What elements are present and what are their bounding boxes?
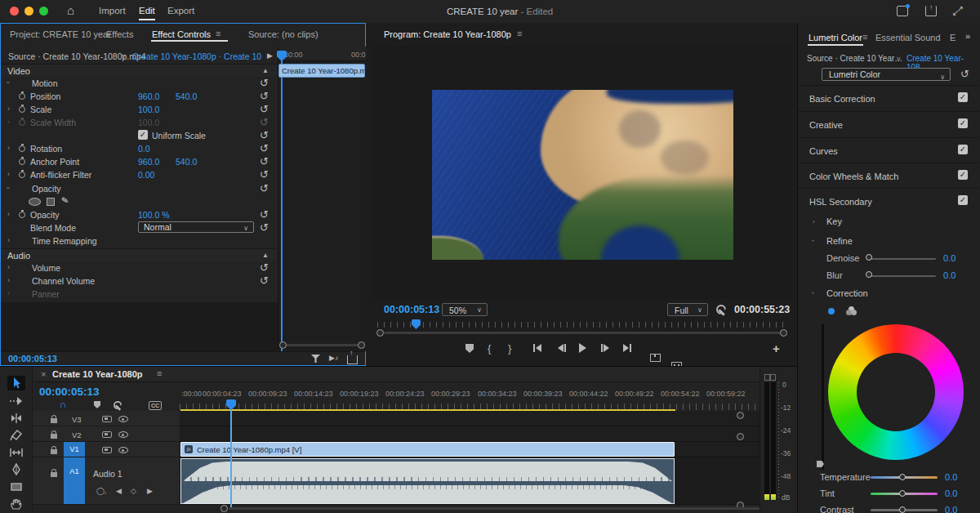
stopwatch-icon[interactable]: [19, 158, 25, 165]
ec-mini-timeline[interactable]: [278, 47, 366, 351]
fullscreen-icon[interactable]: [952, 4, 964, 17]
more-tabs-icon[interactable]: »: [965, 31, 970, 41]
contrast-slider-handle[interactable]: [899, 506, 906, 513]
ec-row-blend-mode[interactable]: Blend Mode Normal∨ ↺: [1, 221, 277, 234]
ec-row-position[interactable]: Position 960.0 540.0 ↺: [1, 90, 277, 103]
lock-icon[interactable]: [51, 449, 57, 454]
contrast-value[interactable]: 0.0: [945, 505, 957, 513]
reset-icon[interactable]: ↺: [260, 155, 269, 167]
program-scrollbar[interactable]: [384, 332, 781, 334]
track-select-forward-tool[interactable]: [7, 394, 25, 408]
ec-sequence-clip-label[interactable]: Create 10 Year-1080p · Create 10 Year…: [132, 51, 263, 61]
add-keyframe-icon[interactable]: ◇: [131, 487, 136, 495]
denoise-value[interactable]: 0.0: [943, 253, 956, 263]
program-video-frame[interactable]: [432, 90, 733, 260]
zoom-level-dropdown[interactable]: 50%∨: [442, 303, 488, 316]
tab-export[interactable]: Export: [167, 6, 194, 16]
twirl-right-icon[interactable]: ›: [7, 170, 10, 178]
track-header-v3[interactable]: V3: [33, 411, 180, 426]
section-checkbox[interactable]: ✓: [958, 92, 968, 102]
ec-row-panner[interactable]: › Panner: [1, 288, 277, 301]
mark-in-button[interactable]: {: [488, 342, 491, 355]
ec-scroll-handle-right[interactable]: [358, 341, 365, 349]
keyframe-icon[interactable]: ◯‚: [96, 487, 106, 495]
v-scroll-handle-bottom[interactable]: [737, 433, 744, 440]
tint-value[interactable]: 0.0: [945, 488, 957, 498]
sync-lock-icon[interactable]: [102, 447, 112, 453]
reset-icon[interactable]: ↺: [260, 182, 269, 194]
stopwatch-icon[interactable]: [19, 212, 25, 218]
lock-icon[interactable]: [51, 472, 57, 477]
ec-scroll-handle-left[interactable]: [279, 341, 287, 349]
twirl-right-icon[interactable]: ›: [7, 263, 10, 271]
reset-icon[interactable]: ↺: [260, 77, 269, 89]
ec-zoom-scrollbar[interactable]: [286, 344, 359, 346]
opacity-value[interactable]: 100.0 %: [138, 210, 170, 220]
blur-slider[interactable]: [871, 275, 936, 277]
sync-lock-icon[interactable]: [102, 416, 112, 422]
snap-magnet-icon[interactable]: ∩: [60, 399, 67, 410]
ec-row-opacity-group[interactable]: › Opacity ↺: [1, 182, 277, 195]
go-to-in-button[interactable]: [533, 344, 541, 352]
prev-keyframe-icon[interactable]: ◀: [116, 487, 122, 495]
collapse-icon[interactable]: ▲: [262, 67, 269, 74]
blur-slider-handle[interactable]: [866, 271, 872, 278]
anchor-x-value[interactable]: 960.0: [138, 157, 159, 167]
lift-button[interactable]: [650, 354, 661, 362]
mark-out-button[interactable]: }: [508, 342, 511, 355]
reset-icon[interactable]: ↺: [260, 261, 269, 274]
section-checkbox[interactable]: ✓: [958, 118, 968, 128]
program-timecode[interactable]: 00:00:05:13: [384, 304, 439, 315]
program-scroll-handle-left[interactable]: [376, 329, 384, 337]
zoom-window-button[interactable]: [39, 7, 48, 16]
stopwatch-icon[interactable]: [19, 145, 25, 152]
twirl-right-icon[interactable]: ›: [7, 236, 10, 244]
color-swatch-dot[interactable]: [828, 308, 835, 314]
luma-slider[interactable]: [822, 324, 824, 470]
lock-icon[interactable]: [51, 418, 57, 423]
reset-icon[interactable]: ↺: [260, 142, 269, 154]
tab-edit[interactable]: Edit: [139, 6, 155, 20]
export-frame-icon[interactable]: [347, 355, 358, 364]
pen-mask-icon[interactable]: ✎: [60, 194, 69, 206]
track-badge-v3[interactable]: V3: [72, 415, 82, 424]
tint-slider-handle[interactable]: [899, 490, 906, 497]
lumetri-section-color-wheels[interactable]: Color Wheels & Match✓: [798, 163, 979, 188]
play-button[interactable]: [579, 343, 586, 353]
position-y-value[interactable]: 540.0: [176, 91, 197, 101]
twirl-right-icon[interactable]: ›: [7, 276, 10, 284]
ec-row-rotation[interactable]: › Rotation 0.0 ↺: [1, 142, 277, 155]
twirl-right-icon[interactable]: ›: [7, 289, 10, 297]
sync-lock-icon[interactable]: [102, 431, 112, 438]
track-visibility-eye-icon[interactable]: [118, 431, 128, 438]
section-checkbox[interactable]: ✓: [958, 170, 968, 180]
panel-menu-icon[interactable]: ≡: [517, 29, 522, 38]
lumetri-section-basic-correction[interactable]: Basic Correction✓: [798, 85, 979, 110]
blur-value[interactable]: 0.0: [943, 270, 956, 280]
reset-icon[interactable]: ↺: [960, 68, 969, 80]
rectangle-tool[interactable]: [7, 480, 25, 494]
chevron-down-icon[interactable]: ∨: [121, 52, 127, 60]
ec-playhead-line[interactable]: [281, 60, 283, 351]
ec-row-motion[interactable]: › Motion ↺: [1, 77, 277, 90]
track-visibility-eye-icon[interactable]: [118, 416, 128, 422]
collapse-icon[interactable]: ▲: [262, 252, 269, 259]
hue-color-wheel[interactable]: [828, 324, 964, 460]
pen-tool[interactable]: [7, 462, 25, 477]
ripple-edit-tool[interactable]: [7, 411, 25, 426]
hand-tool[interactable]: [7, 497, 25, 511]
slip-tool[interactable]: [7, 445, 25, 460]
lumetri-section-creative[interactable]: Creative✓: [798, 111, 979, 136]
reset-icon[interactable]: ↺: [260, 103, 269, 115]
twirl-down-icon[interactable]: ›: [4, 82, 12, 84]
stopwatch-icon[interactable]: [19, 106, 25, 113]
audio-track-name[interactable]: Audio 1: [93, 469, 122, 479]
track-header-v2[interactable]: V2: [33, 426, 180, 442]
lock-icon[interactable]: [51, 434, 57, 439]
ec-row-volume[interactable]: › Volume ↺: [1, 261, 277, 274]
rotation-value[interactable]: 0.0: [138, 144, 150, 154]
tab-effect-controls[interactable]: Effect Controls: [152, 29, 211, 39]
ec-section-video[interactable]: Video▲: [1, 64, 277, 77]
twirl-right-icon[interactable]: ›: [7, 105, 10, 113]
color-wheels-icon[interactable]: [846, 306, 858, 316]
